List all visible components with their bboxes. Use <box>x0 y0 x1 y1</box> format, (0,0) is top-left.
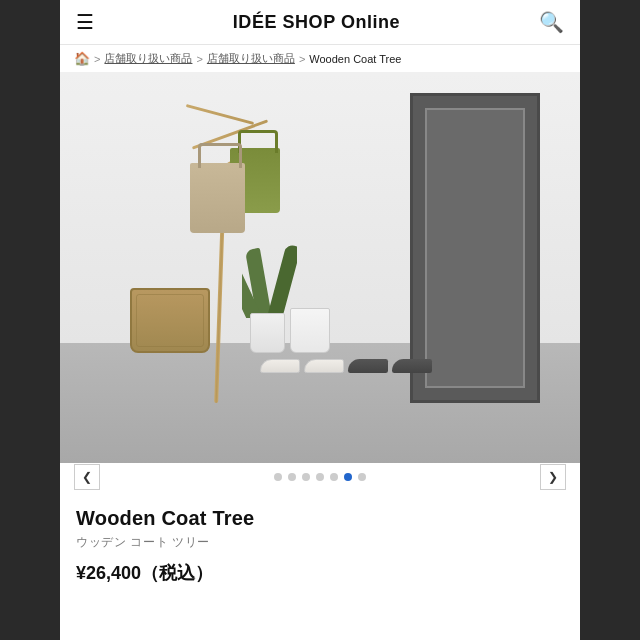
plant-pot-1 <box>250 313 285 353</box>
plant-pot-2 <box>290 308 330 353</box>
breadcrumb-separator-1: > <box>94 53 100 65</box>
breadcrumb-separator-3: > <box>299 53 305 65</box>
door-inner <box>425 108 525 388</box>
breadcrumb-link-2[interactable]: 店舗取り扱い商品 <box>207 51 295 66</box>
hamburger-icon[interactable]: ☰ <box>76 12 94 32</box>
phone-container: ☰ IDÉE SHOP Online 🔍 🏠 > 店舗取り扱い商品 > 店舗取り… <box>60 0 580 640</box>
carousel-dot-3[interactable] <box>302 473 310 481</box>
leaf-2 <box>267 244 297 318</box>
carousel-dot-4[interactable] <box>316 473 324 481</box>
wicker-basket <box>130 288 210 353</box>
carousel-dot-7[interactable] <box>358 473 366 481</box>
branch-2 <box>186 104 254 125</box>
breadcrumb: 🏠 > 店舗取り扱い商品 > 店舗取り扱い商品 > Wooden Coat Tr… <box>60 45 580 73</box>
site-title: IDÉE SHOP Online <box>233 12 400 33</box>
header: ☰ IDÉE SHOP Online 🔍 <box>60 0 580 45</box>
bag-beige <box>190 163 245 233</box>
breadcrumb-separator-2: > <box>196 53 202 65</box>
product-info: Wooden Coat Tree ウッデン コート ツリー ¥26,400（税込… <box>60 491 580 640</box>
carousel-dot-5[interactable] <box>330 473 338 481</box>
product-image-carousel: ❮ ❯ <box>60 73 580 491</box>
home-icon[interactable]: 🏠 <box>74 51 90 66</box>
product-name-japanese: ウッデン コート ツリー <box>76 534 564 551</box>
slipper-2 <box>304 359 344 373</box>
breadcrumb-current: Wooden Coat Tree <box>309 53 401 65</box>
carousel-next-button[interactable]: ❯ <box>540 464 566 490</box>
carousel-prev-button[interactable]: ❮ <box>74 464 100 490</box>
plant-leaves <box>242 238 297 318</box>
slipper-3 <box>348 359 388 373</box>
product-name: Wooden Coat Tree <box>76 507 564 530</box>
breadcrumb-link-1[interactable]: 店舗取り扱い商品 <box>104 51 192 66</box>
slipper-4 <box>392 359 432 373</box>
product-image <box>60 73 580 463</box>
carousel-dot-1[interactable] <box>274 473 282 481</box>
carousel-dot-2[interactable] <box>288 473 296 481</box>
door-frame <box>410 93 540 403</box>
carousel-controls: ❮ ❯ <box>60 463 580 491</box>
carousel-dot-6[interactable] <box>344 473 352 481</box>
search-icon[interactable]: 🔍 <box>539 10 564 34</box>
slipper-1 <box>260 359 300 373</box>
product-price: ¥26,400（税込） <box>76 561 564 585</box>
slippers <box>260 359 432 373</box>
